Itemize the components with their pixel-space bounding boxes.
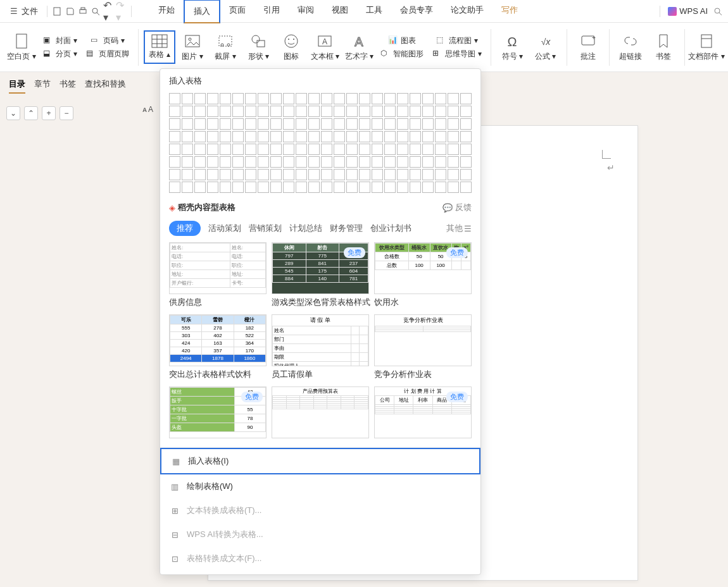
grid-cell[interactable]: [245, 118, 256, 130]
grid-cell[interactable]: [182, 131, 193, 142]
grid-cell[interactable]: [194, 144, 206, 155]
template-card[interactable]: 姓名:姓名:电话:电话:职位:职位:地址:地址:开户银行:卡号: 供房信息: [169, 242, 267, 308]
hyperlink-button[interactable]: 超链接: [615, 31, 646, 63]
grid-cell[interactable]: [410, 182, 421, 193]
grid-cell[interactable]: [321, 106, 332, 117]
tab-page[interactable]: 页面: [220, 0, 254, 23]
grid-cell[interactable]: [397, 182, 408, 193]
grid-cell[interactable]: [258, 93, 269, 104]
grid-cell[interactable]: [270, 144, 282, 155]
grid-cell[interactable]: [422, 169, 434, 180]
grid-cell[interactable]: [422, 156, 434, 168]
grid-cell[interactable]: [308, 169, 320, 180]
grid-cell[interactable]: [397, 156, 408, 168]
page-code-button[interactable]: ▭页码 ▾: [91, 35, 125, 46]
save-icon[interactable]: [65, 6, 75, 16]
grid-cell[interactable]: [372, 131, 383, 142]
wps-ai-button[interactable]: WPS AI: [668, 6, 708, 16]
chart-button[interactable]: 📊图表: [388, 35, 416, 46]
flowchart-button[interactable]: ⬚流程图 ▾: [436, 35, 478, 46]
grid-cell[interactable]: [296, 144, 307, 155]
grid-cell[interactable]: [359, 118, 370, 130]
grid-cell[interactable]: [397, 131, 408, 142]
grid-cell[interactable]: [194, 169, 206, 180]
grid-cell[interactable]: [232, 131, 244, 142]
grid-cell[interactable]: [384, 156, 396, 168]
filter-item[interactable]: 计划总结: [289, 223, 322, 234]
grid-cell[interactable]: [182, 118, 193, 130]
grid-cell[interactable]: [270, 182, 282, 193]
mode-toc[interactable]: 目录: [9, 78, 25, 94]
grid-cell[interactable]: [245, 131, 256, 142]
grid-cell[interactable]: [384, 182, 396, 193]
tab-review[interactable]: 审阅: [289, 0, 323, 23]
grid-cell[interactable]: [296, 106, 307, 117]
grid-cell[interactable]: [435, 169, 446, 180]
grid-cell[interactable]: [448, 144, 459, 155]
mode-find[interactable]: 查找和替换: [85, 78, 126, 94]
grid-cell[interactable]: [334, 118, 345, 130]
grid-cell[interactable]: [359, 106, 370, 117]
grid-cell[interactable]: [410, 156, 421, 168]
grid-cell[interactable]: [194, 156, 206, 168]
template-card[interactable]: 饮用水类型桶装水直饮水饮X²合格数505056总数100100 免费 饮用水: [374, 242, 472, 308]
expand-button[interactable]: ⌃: [24, 106, 38, 120]
grid-cell[interactable]: [182, 182, 193, 193]
grid-cell[interactable]: [220, 93, 231, 104]
grid-cell[interactable]: [448, 169, 459, 180]
table-button[interactable]: 表格 ▴: [144, 30, 175, 64]
filter-item[interactable]: 营销策划: [249, 223, 282, 234]
grid-cell[interactable]: [270, 156, 282, 168]
grid-cell[interactable]: [460, 156, 472, 168]
preview-icon[interactable]: [91, 6, 101, 16]
filter-more[interactable]: 其他 ☰: [446, 223, 472, 234]
grid-cell[interactable]: [321, 118, 332, 130]
grid-cell[interactable]: [435, 131, 446, 142]
tab-write[interactable]: 写作: [493, 0, 527, 23]
arttext-button[interactable]: A艺术字 ▾: [342, 31, 375, 63]
grid-cell[interactable]: [372, 156, 383, 168]
grid-cell[interactable]: [422, 182, 434, 193]
grid-cell[interactable]: [182, 106, 193, 117]
grid-cell[interactable]: [194, 131, 206, 142]
print-icon[interactable]: [78, 6, 88, 16]
grid-cell[interactable]: [422, 131, 434, 142]
grid-cell[interactable]: [334, 106, 345, 117]
grid-cell[interactable]: [270, 106, 282, 117]
collapse-button[interactable]: ⌄: [6, 106, 20, 120]
grid-cell[interactable]: [435, 118, 446, 130]
grid-cell[interactable]: [182, 169, 193, 180]
grid-cell[interactable]: [169, 169, 180, 180]
remove-button[interactable]: −: [60, 106, 73, 120]
grid-cell[interactable]: [321, 131, 332, 142]
grid-cell[interactable]: [270, 169, 282, 180]
grid-cell[interactable]: [359, 169, 370, 180]
grid-cell[interactable]: [245, 182, 256, 193]
grid-cell[interactable]: [435, 156, 446, 168]
grid-cell[interactable]: [283, 106, 294, 117]
grid-cell[interactable]: [194, 106, 206, 117]
grid-cell[interactable]: [258, 106, 269, 117]
grid-cell[interactable]: [283, 144, 294, 155]
grid-cell[interactable]: [334, 182, 345, 193]
grid-cell[interactable]: [397, 106, 408, 117]
grid-cell[interactable]: [296, 118, 307, 130]
symbol-button[interactable]: Ω符号 ▾: [496, 31, 528, 63]
page-break-button[interactable]: ⬓分页 ▾: [43, 49, 77, 59]
grid-cell[interactable]: [207, 106, 218, 117]
undo-icon[interactable]: ↶ ▾: [103, 6, 113, 16]
grid-cell[interactable]: [232, 118, 244, 130]
template-card[interactable]: 计 划 费 用 计 算公司地址利率商品汇总 免费: [374, 386, 472, 438]
grid-cell[interactable]: [308, 131, 320, 142]
grid-cell[interactable]: [283, 93, 294, 104]
grid-cell[interactable]: [270, 118, 282, 130]
grid-cell[interactable]: [245, 144, 256, 155]
grid-cell[interactable]: [372, 106, 383, 117]
grid-cell[interactable]: [220, 182, 231, 193]
draw-table-menu[interactable]: ▥绘制表格(W): [160, 474, 480, 498]
template-card[interactable]: 螺丝42扳手22十字批55一字批78头盔90 免费: [169, 386, 267, 438]
grid-cell[interactable]: [182, 144, 193, 155]
grid-cell[interactable]: [232, 182, 244, 193]
grid-cell[interactable]: [372, 118, 383, 130]
grid-cell[interactable]: [448, 156, 459, 168]
